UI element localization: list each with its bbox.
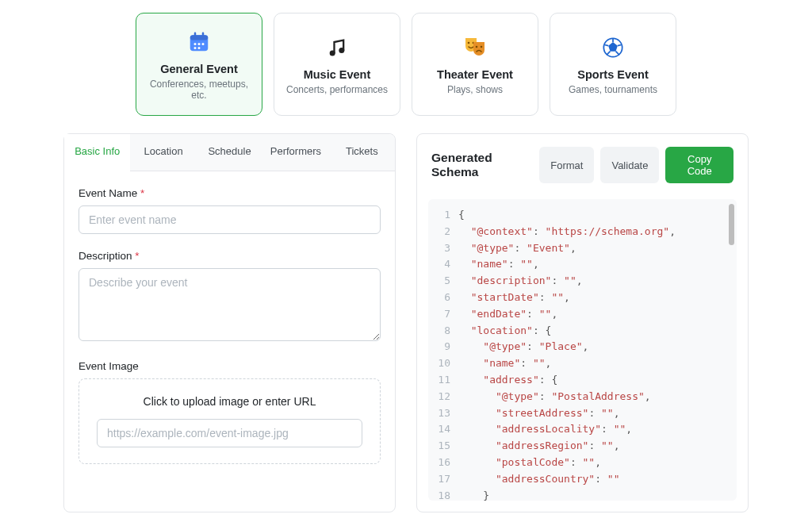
music-icon bbox=[326, 33, 348, 62]
svg-point-6 bbox=[198, 47, 201, 49]
schema-header: Generated Schema Format Validate Copy Co… bbox=[417, 134, 748, 194]
svg-rect-8 bbox=[202, 33, 205, 37]
event-type-title: Theater Event bbox=[437, 68, 513, 81]
calendar-icon bbox=[187, 28, 211, 56]
code-content: "addressCountry": "" bbox=[458, 471, 620, 488]
code-content: "endDate": "", bbox=[458, 306, 557, 323]
sports-icon bbox=[602, 33, 624, 62]
svg-point-13 bbox=[476, 46, 478, 48]
line-number: 10 bbox=[433, 355, 450, 372]
schema-code-block[interactable]: 1{2 "@context": "https://schema.org",3 "… bbox=[428, 199, 737, 501]
svg-rect-1 bbox=[190, 35, 209, 40]
line-number: 8 bbox=[433, 323, 450, 340]
line-number: 7 bbox=[433, 306, 450, 323]
code-line: 14 "addressLocality": "", bbox=[433, 421, 727, 438]
event-image-field: Event Image Click to upload image or ent… bbox=[79, 360, 381, 464]
theater-icon bbox=[462, 33, 488, 62]
line-number: 2 bbox=[433, 224, 450, 240]
tab-schedule[interactable]: Schedule bbox=[197, 134, 262, 171]
code-content: "startDate": "", bbox=[458, 290, 570, 306]
code-content: { bbox=[458, 207, 465, 224]
line-number: 13 bbox=[433, 405, 450, 422]
code-content: } bbox=[458, 488, 489, 501]
event-type-card-theater[interactable]: Theater EventPlays, shows bbox=[412, 13, 538, 116]
event-type-subtitle: Plays, shows bbox=[447, 84, 503, 95]
svg-point-2 bbox=[194, 43, 197, 45]
required-marker: * bbox=[135, 250, 139, 262]
code-content: "addressLocality": "", bbox=[458, 421, 632, 438]
event-type-card-music[interactable]: Music EventConcerts, performances bbox=[274, 13, 400, 116]
tab-performers[interactable]: Performers bbox=[262, 134, 328, 171]
event-type-selector: General EventConferences, meetups, etc.M… bbox=[0, 13, 812, 116]
code-line: 11 "address": { bbox=[433, 372, 727, 389]
image-url-input[interactable] bbox=[97, 419, 362, 447]
event-image-label: Event Image bbox=[79, 360, 381, 372]
code-line: 6 "startDate": "", bbox=[433, 290, 727, 306]
description-label: Description * bbox=[79, 250, 381, 262]
code-content: "addressRegion": "", bbox=[458, 438, 620, 455]
label-text: Description bbox=[79, 250, 132, 262]
code-line: 13 "streetAddress": "", bbox=[433, 405, 727, 422]
code-line: 5 "description": "", bbox=[433, 273, 727, 290]
line-number: 18 bbox=[433, 488, 450, 501]
event-name-input[interactable] bbox=[79, 205, 381, 234]
code-content: "@context": "https://schema.org", bbox=[458, 224, 676, 240]
svg-point-4 bbox=[202, 43, 205, 45]
upload-hint: Click to upload image or enter URL bbox=[97, 395, 362, 408]
svg-point-11 bbox=[468, 42, 470, 44]
code-line: 15 "addressRegion": "", bbox=[433, 438, 727, 455]
scrollbar-thumb[interactable] bbox=[729, 204, 734, 245]
event-type-subtitle: Concerts, performances bbox=[286, 84, 388, 95]
event-type-card-sports[interactable]: Sports EventGames, tournaments bbox=[550, 13, 676, 116]
code-content: "@type": "Event", bbox=[458, 240, 576, 257]
required-marker: * bbox=[140, 187, 144, 199]
code-content: "@type": "PostalAddress", bbox=[458, 389, 651, 405]
code-line: 12 "@type": "PostalAddress", bbox=[433, 389, 727, 405]
image-upload-box[interactable]: Click to upload image or enter URL bbox=[79, 378, 381, 464]
code-line: 3 "@type": "Event", bbox=[433, 240, 727, 257]
main-content-row: Basic InfoLocationSchedulePerformersTick… bbox=[0, 133, 812, 512]
code-line: 8 "location": { bbox=[433, 323, 727, 340]
form-tabs: Basic InfoLocationSchedulePerformersTick… bbox=[64, 134, 395, 171]
code-line: 2 "@context": "https://schema.org", bbox=[433, 224, 727, 240]
description-input[interactable] bbox=[79, 268, 381, 341]
code-content: "name": "", bbox=[458, 256, 539, 273]
line-number: 3 bbox=[433, 240, 450, 257]
code-content: "location": { bbox=[458, 323, 551, 340]
event-name-label: Event Name * bbox=[79, 187, 381, 199]
code-content: "postalCode": "", bbox=[458, 455, 601, 471]
line-number: 16 bbox=[433, 455, 450, 471]
schema-title: Generated Schema bbox=[431, 151, 539, 179]
line-number: 9 bbox=[433, 339, 450, 355]
code-line: 10 "name": "", bbox=[433, 355, 727, 372]
line-number: 14 bbox=[433, 421, 450, 438]
tab-location[interactable]: Location bbox=[130, 134, 196, 171]
copy-code-button[interactable]: Copy Code bbox=[665, 147, 733, 183]
code-line: 16 "postalCode": "", bbox=[433, 455, 727, 471]
event-type-title: General Event bbox=[160, 63, 238, 75]
code-content: "@type": "Place", bbox=[458, 339, 588, 355]
line-number: 15 bbox=[433, 438, 450, 455]
code-line: 18 } bbox=[433, 488, 727, 501]
form-panel: Basic InfoLocationSchedulePerformersTick… bbox=[63, 133, 396, 512]
code-line: 4 "name": "", bbox=[433, 256, 727, 273]
schema-actions: Format Validate Copy Code bbox=[539, 147, 733, 183]
code-content: "address": { bbox=[458, 372, 557, 389]
schema-panel: Generated Schema Format Validate Copy Co… bbox=[416, 133, 749, 512]
svg-point-3 bbox=[198, 43, 201, 45]
validate-button[interactable]: Validate bbox=[600, 147, 659, 183]
event-type-title: Sports Event bbox=[577, 68, 648, 81]
line-number: 12 bbox=[433, 389, 450, 405]
event-type-title: Music Event bbox=[304, 68, 371, 81]
form-body: Event Name * Description * Event Image C… bbox=[64, 171, 395, 496]
code-line: 17 "addressCountry": "" bbox=[433, 471, 727, 488]
code-content: "name": "", bbox=[458, 355, 551, 372]
tab-basic-info[interactable]: Basic Info bbox=[64, 134, 130, 171]
line-number: 5 bbox=[433, 273, 450, 290]
tab-tickets[interactable]: Tickets bbox=[329, 134, 395, 171]
code-line: 1{ bbox=[433, 207, 727, 224]
event-type-card-calendar[interactable]: General EventConferences, meetups, etc. bbox=[136, 13, 262, 116]
line-number: 17 bbox=[433, 471, 450, 488]
code-line: 9 "@type": "Place", bbox=[433, 339, 727, 355]
format-button[interactable]: Format bbox=[539, 147, 594, 183]
